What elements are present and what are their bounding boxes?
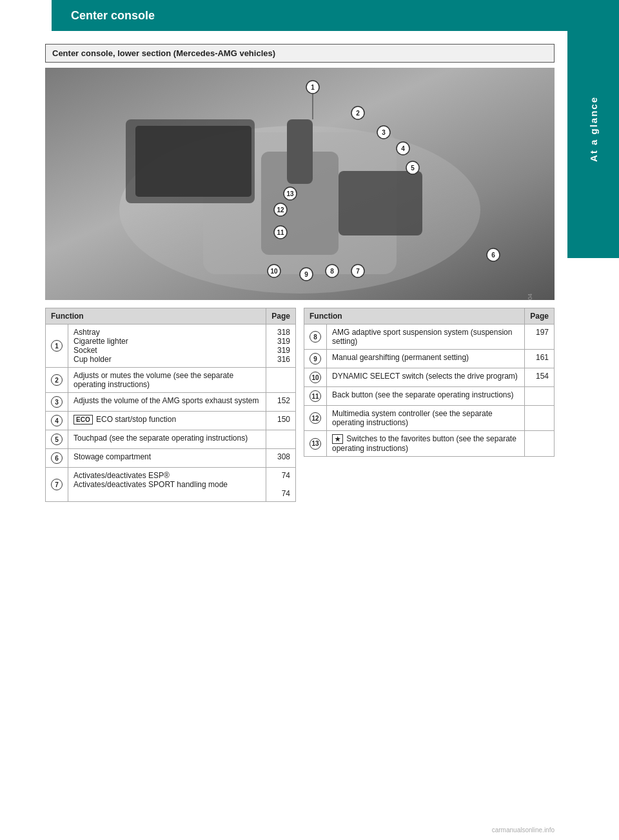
table-row: 5 Touchpad (see the separate operating i… [46, 430, 296, 449]
svg-text:8: 8 [330, 268, 334, 275]
row-num: 7 [46, 468, 68, 502]
table-row: 2 Adjusts or mutes the volume (see the s… [46, 368, 296, 393]
row-num: 11 [304, 387, 327, 406]
row-function: AMG adaptive sport suspension system (su… [327, 325, 525, 350]
car-image: 1 2 3 4 5 6 7 [45, 68, 555, 300]
right-table: Function Page 8 AMG adaptive sport suspe… [304, 308, 555, 502]
row-function: Touchpad (see the separate operating ins… [68, 430, 266, 449]
sidebar-tab-label: At a glance [588, 96, 599, 162]
table-row: 3 Adjusts the volume of the AMG sports e… [46, 393, 296, 412]
left-function-header: Function [46, 308, 266, 325]
row-num: 5 [46, 430, 68, 449]
row-page: 7474 [266, 468, 296, 502]
row-page [525, 431, 555, 457]
row-num: 6 [46, 449, 68, 468]
section-title: Center console, lower section (Mercedes-… [45, 44, 555, 63]
row-function: Manual gearshifting (permanent setting) [327, 350, 525, 368]
row-function: Adjusts the volume of the AMG sports exh… [68, 393, 266, 412]
svg-text:1: 1 [311, 84, 315, 91]
row-page [266, 368, 296, 393]
row-page: 152 [266, 393, 296, 412]
table-row: 1 AshtrayCigarette lighterSocketCup hold… [46, 325, 296, 368]
table-row: 12 Multimedia system controller (see the… [304, 406, 555, 431]
left-table: Function Page 1 AshtrayCigarette lighter… [45, 308, 296, 502]
tables-container: Function Page 1 AshtrayCigarette lighter… [45, 308, 555, 502]
svg-text:13: 13 [286, 190, 294, 197]
table-row: 13 ★ Switches to the favorites button (s… [304, 431, 555, 457]
table-row: 7 Activates/deactivates ESP®Activates/de… [46, 468, 296, 502]
row-num: 12 [304, 406, 327, 431]
row-page: 308 [266, 449, 296, 468]
svg-text:11: 11 [277, 229, 284, 236]
row-page [525, 406, 555, 431]
svg-text:12: 12 [277, 206, 284, 214]
table-row: 9 Manual gearshifting (permanent setting… [304, 350, 555, 368]
star-icon: ★ [332, 434, 343, 444]
svg-text:5: 5 [411, 165, 415, 172]
svg-text:PM 20-493-04: PM 20-493-04 [527, 294, 533, 300]
svg-rect-4 [287, 119, 313, 184]
main-content: Center console, lower section (Mercedes-… [39, 31, 561, 515]
svg-text:10: 10 [270, 268, 278, 275]
row-num: 10 [304, 368, 327, 387]
row-page: 161 [525, 350, 555, 368]
row-function: Adjusts or mutes the volume (see the sep… [68, 368, 266, 393]
svg-text:4: 4 [401, 145, 405, 152]
row-num: 4 [46, 412, 68, 430]
row-function: ECO ECO start/stop function [68, 412, 266, 430]
svg-text:6: 6 [491, 252, 495, 259]
row-function: ★ Switches to the favorites button (see … [327, 431, 525, 457]
row-num: 9 [304, 350, 327, 368]
svg-text:7: 7 [356, 268, 360, 275]
row-num: 2 [46, 368, 68, 393]
row-function: DYNAMIC SELECT switch (selects the drive… [327, 368, 525, 387]
row-page: 318319319316 [266, 325, 296, 368]
car-image-placeholder: 1 2 3 4 5 6 7 [45, 68, 555, 300]
watermark: carmanualsonline.info [492, 826, 555, 834]
table-row: 6 Stowage compartment 308 [46, 449, 296, 468]
svg-rect-7 [339, 171, 422, 235]
row-num: 13 [304, 431, 327, 457]
right-function-header: Function [304, 308, 525, 325]
row-function: Stowage compartment [68, 449, 266, 468]
row-num: 3 [46, 393, 68, 412]
row-page: 197 [525, 325, 555, 350]
left-page-header: Page [266, 308, 296, 325]
row-page: 150 [266, 412, 296, 430]
svg-rect-6 [135, 126, 251, 197]
svg-text:9: 9 [304, 271, 308, 278]
svg-text:2: 2 [356, 110, 360, 117]
row-function: Multimedia system controller (see the se… [327, 406, 525, 431]
row-function: Activates/deactivates ESP®Activates/deac… [68, 468, 266, 502]
sidebar-tab: At a glance [567, 0, 619, 258]
right-page-header: Page [525, 308, 555, 325]
table-row: 8 AMG adaptive sport suspension system (… [304, 325, 555, 350]
eco-icon: ECO [74, 415, 93, 425]
header-bar: Center console 41 [52, 0, 619, 31]
header-title: Center console [71, 9, 155, 23]
table-row: 4 ECO ECO start/stop function 150 [46, 412, 296, 430]
row-function: Back button (see the separate operating … [327, 387, 525, 406]
svg-text:3: 3 [382, 129, 386, 136]
row-page [266, 430, 296, 449]
row-function: AshtrayCigarette lighterSocketCup holder [68, 325, 266, 368]
row-page: 154 [525, 368, 555, 387]
table-row: 10 DYNAMIC SELECT switch (selects the dr… [304, 368, 555, 387]
row-num: 8 [304, 325, 327, 350]
row-page [525, 387, 555, 406]
table-row: 11 Back button (see the separate operati… [304, 387, 555, 406]
row-num: 1 [46, 325, 68, 368]
